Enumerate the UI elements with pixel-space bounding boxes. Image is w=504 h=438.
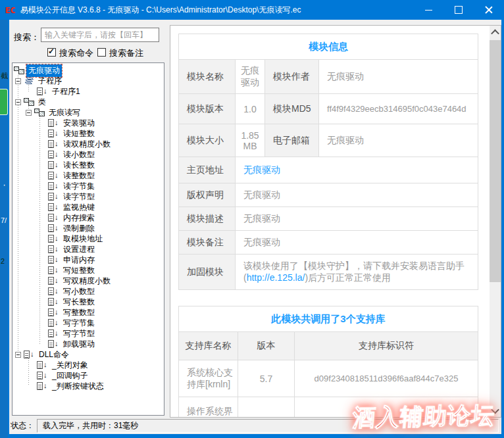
method-doc-down-icon [48, 235, 59, 243]
desktop-icon-text-fragment: 截 [1, 72, 8, 80]
method-doc-down-icon [48, 182, 59, 191]
module-info-title: 模块信息 [179, 34, 478, 60]
desktop-icon-text-fragment: ， [1, 180, 8, 187]
field-label: 加固模块 [179, 255, 236, 290]
field-value: 1.0 [236, 94, 265, 124]
module-icon [34, 109, 45, 116]
method-doc-down-icon [48, 193, 59, 201]
module-icon [14, 66, 24, 74]
column-header: 支持库名称 [179, 332, 238, 360]
field-value: 该模块使用了【模块守护】，请下载并安装易语言助手(http://e.125.la… [236, 255, 478, 290]
maximize-button[interactable] [443, 0, 474, 20]
support-libs-title: 此模块共调用了3个支持库 [179, 306, 478, 332]
field-label: 模块名称 [179, 60, 236, 94]
lib-name: 操作系统界面功能支持库 [179, 397, 238, 418]
method-doc-down-icon [48, 214, 59, 222]
method-doc-down-icon [48, 287, 59, 296]
field-label: 模块版本 [179, 94, 236, 124]
module-info-panel: 模块信息 模块名称 无痕驱动 模块作者 无痕驱动 模块版本 1.0 模块MD5 … [170, 25, 501, 418]
app-logo-icon: EC [5, 5, 16, 15]
module-icon [24, 98, 34, 106]
method-doc-down-icon [48, 151, 59, 159]
field-label: 主页地址 [179, 157, 236, 183]
lib-version: 3.0 [238, 397, 295, 418]
collapse-toggle[interactable] [15, 78, 21, 84]
forum-watermark: 酒入辅助论坛 [351, 400, 496, 433]
method-doc-down-icon [37, 87, 48, 96]
method-doc-down-icon [48, 130, 59, 138]
field-value: 无痕驱动 [236, 207, 478, 231]
collapse-toggle[interactable] [15, 99, 21, 105]
collapse-toggle[interactable] [26, 110, 32, 116]
desktop-icon-text-fragment: 2 [1, 258, 5, 265]
desktop-icon-fragment [0, 89, 8, 115]
field-label: 模块大小 [179, 124, 236, 157]
field-value: 1.85 MB [236, 124, 265, 157]
homepage-link[interactable]: 无痕驱动 [243, 164, 280, 175]
minimize-button[interactable] [413, 0, 443, 20]
tree-item[interactable]: 子程序1 [13, 86, 164, 97]
method-doc-down-icon [48, 172, 59, 180]
table-row: 系统核心支持库[krnln] 5.7 d09f2340818511d396f6a… [179, 360, 478, 397]
maximize-icon [455, 6, 463, 14]
scrollbar-thumb[interactable] [490, 40, 501, 282]
method-doc-down-icon [48, 319, 59, 328]
method-doc-down-icon [37, 361, 48, 370]
field-value: 无痕驱动 [319, 60, 478, 94]
search-note-checkbox[interactable] [97, 48, 106, 57]
field-label: 模块备注 [179, 231, 236, 255]
layers-icon [24, 77, 34, 85]
lib-name: 系统核心支持库[krnln] [179, 360, 238, 397]
field-label: 模块描述 [179, 207, 236, 231]
method-doc-down-icon [48, 277, 59, 285]
app-window: 截 ， 7/ 2 EC 易模块公开信息 V3.6.8 - 无痕驱动 - C:\U… [0, 0, 504, 438]
field-value: 无痕驱动 [236, 183, 478, 207]
field-value: 无痕驱动 [319, 124, 478, 157]
tree-item[interactable]: 类 [13, 97, 164, 107]
method-doc-down-icon [48, 298, 59, 306]
method-doc-down-icon [48, 308, 59, 317]
field-value: 无痕驱动 [236, 60, 265, 94]
module-info-table: 模块信息 模块名称 无痕驱动 模块作者 无痕驱动 模块版本 1.0 模块MD5 … [178, 34, 478, 290]
field-label: 模块MD5 [265, 94, 319, 124]
search-command-label: 搜索命令 [59, 47, 93, 59]
method-doc-down-icon [37, 372, 48, 380]
collapse-toggle[interactable] [15, 352, 21, 358]
tree-item[interactable]: 卸载驱动 [13, 339, 164, 349]
tree-item[interactable]: _判断按键状态 [13, 381, 164, 391]
scrollbar[interactable] [490, 26, 501, 417]
column-header: 版本 [238, 332, 295, 360]
close-icon [485, 6, 493, 14]
field-value: 无痕驱动 [236, 157, 478, 183]
method-doc-down-icon [48, 119, 59, 128]
method-doc-down-icon [48, 245, 59, 254]
close-button[interactable] [474, 0, 504, 20]
method-doc-down-icon [48, 329, 59, 338]
method-doc-down-icon [48, 224, 59, 233]
search-input[interactable] [41, 28, 159, 42]
field-value-md5: ff4f9f4329eecb314695f0c043e7464d [319, 94, 478, 124]
field-label: 电子邮箱 [265, 124, 319, 157]
tree-item-root[interactable]: 无痕驱动 [13, 65, 164, 76]
lib-guid: d09f2340818511d396f6aaf844c7e325 [295, 360, 478, 397]
window-border [501, 20, 504, 438]
minimize-icon [425, 10, 432, 11]
window-border [8, 434, 504, 438]
window-border [8, 20, 9, 438]
chevron-up-icon [491, 29, 499, 37]
method-doc-down-icon [48, 256, 59, 264]
method-doc-down-icon [37, 382, 48, 391]
method-doc-down-icon [48, 140, 59, 149]
search-command-checkbox[interactable] [47, 48, 56, 57]
field-label: 模块作者 [265, 60, 319, 94]
scroll-up-button[interactable] [490, 26, 501, 39]
method-doc-down-icon [48, 161, 59, 170]
tree-item[interactable]: 子程序 [13, 76, 164, 86]
module-tree: 无痕驱动 子程序 子程序1 类 无痕读写 安装驱动 读短整数 读双精度小数 读小… [12, 62, 164, 416]
elang-helper-link[interactable]: http://e.125.la/ [247, 272, 305, 283]
method-doc-down-icon [48, 340, 59, 349]
method-doc-down-icon [48, 203, 59, 212]
window-title: 易模块公开信息 V3.6.8 - 无痕驱动 - C:\Users\Adminis… [20, 5, 301, 16]
titlebar: EC 易模块公开信息 V3.6.8 - 无痕驱动 - C:\Users\Admi… [0, 0, 504, 20]
field-label: 版权声明 [179, 183, 236, 207]
